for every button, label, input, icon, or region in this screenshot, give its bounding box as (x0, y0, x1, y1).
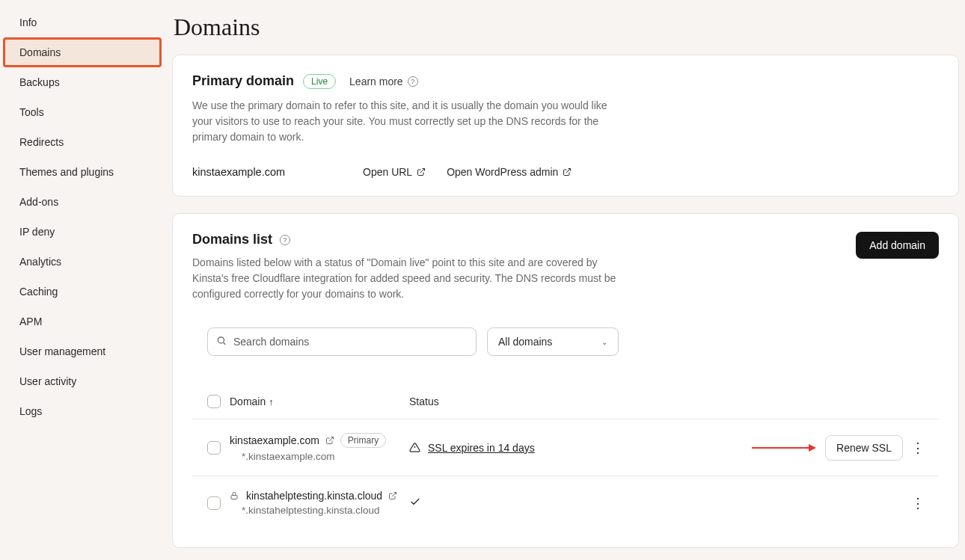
primary-badge: Primary (340, 433, 386, 448)
check-icon (409, 498, 421, 510)
row-checkbox[interactable] (207, 496, 221, 510)
domain-wildcard: *.kinstahelptesting.kinsta.cloud (242, 505, 409, 516)
svg-rect-9 (231, 496, 237, 499)
sidebar-item-logs[interactable]: Logs (3, 396, 162, 426)
add-domain-button[interactable]: Add domain (856, 232, 939, 259)
row-checkbox[interactable] (207, 441, 221, 455)
sidebar-item-addons[interactable]: Add-ons (3, 187, 162, 217)
live-badge: Live (303, 74, 336, 89)
domains-list-description: Domains listed below with a status of "D… (192, 255, 626, 302)
main: Domains Primary domain Live Learn more ?… (165, 0, 965, 560)
open-url-link[interactable]: Open URL (363, 166, 426, 178)
search-icon (216, 336, 227, 348)
primary-domain-title: Primary domain (192, 73, 294, 89)
domains-filter-label: All domains (498, 336, 552, 348)
renew-ssl-button[interactable]: Renew SSL (825, 435, 903, 461)
help-icon: ? (408, 76, 418, 87)
sidebar-item-ipdeny[interactable]: IP deny (3, 217, 162, 247)
sidebar-item-useractivity[interactable]: User activity (3, 366, 162, 396)
sidebar-item-apm[interactable]: APM (3, 307, 162, 336)
open-wp-admin-link[interactable]: Open WordPress admin (447, 166, 572, 178)
sort-asc-icon: ↑ (269, 396, 274, 407)
domain-name[interactable]: kinstaexample.com (230, 434, 319, 446)
external-link-icon[interactable] (325, 436, 334, 445)
domains-table: Domain↑ Status kinstaexample.com (192, 384, 939, 529)
page-title: Domains (174, 13, 959, 41)
row-menu-button[interactable]: ⋮ (911, 441, 925, 455)
external-link-icon (417, 167, 426, 176)
ssl-expiry-link[interactable]: SSL expires in 14 days (428, 442, 535, 454)
external-link-icon (563, 167, 572, 176)
domains-list-card: Domains list ? Domains listed below with… (172, 213, 959, 548)
external-link-icon[interactable] (388, 491, 397, 500)
open-url-label: Open URL (363, 166, 412, 178)
table-head: Domain↑ Status (192, 384, 939, 419)
svg-line-0 (420, 169, 425, 173)
domains-filter-dropdown[interactable]: All domains ⌄ (487, 327, 619, 356)
sidebar: Info Domains Backups Tools Redirects The… (0, 0, 165, 560)
warning-icon (409, 442, 420, 453)
search-wrap (207, 327, 477, 356)
sidebar-item-themes[interactable]: Themes and plugins (3, 157, 162, 187)
column-domain-label: Domain (230, 396, 266, 407)
sidebar-item-backups[interactable]: Backups (3, 67, 162, 97)
svg-line-1 (566, 169, 571, 173)
sidebar-item-info[interactable]: Info (3, 7, 162, 37)
sidebar-item-caching[interactable]: Caching (3, 277, 162, 307)
sidebar-item-analytics[interactable]: Analytics (3, 247, 162, 277)
domains-list-title: Domains list (192, 232, 272, 247)
sidebar-item-tools[interactable]: Tools (3, 97, 162, 127)
domain-name[interactable]: kinstahelptesting.kinsta.cloud (246, 490, 382, 502)
primary-domain-card: Primary domain Live Learn more ? We use … (172, 55, 959, 197)
primary-domain-name: kinstaexample.com (192, 166, 342, 178)
svg-line-3 (224, 342, 226, 345)
sidebar-item-redirects[interactable]: Redirects (3, 127, 162, 157)
svg-line-4 (329, 437, 334, 442)
domain-wildcard: *.kinstaexample.com (242, 451, 409, 462)
learn-more-link[interactable]: Learn more ? (349, 76, 418, 87)
select-all-checkbox[interactable] (207, 395, 221, 408)
lock-icon (230, 491, 239, 500)
svg-marker-8 (809, 444, 816, 452)
column-domain[interactable]: Domain↑ (230, 396, 409, 407)
open-wp-label: Open WordPress admin (447, 166, 558, 178)
sidebar-item-usermgmt[interactable]: User management (3, 336, 162, 366)
learn-more-label: Learn more (349, 76, 403, 87)
search-input[interactable] (207, 327, 477, 356)
table-row: kinstaexample.com Primary *.kinstaexampl… (192, 419, 939, 476)
svg-line-10 (392, 493, 396, 497)
sidebar-item-domains[interactable]: Domains (3, 37, 162, 67)
chevron-down-icon: ⌄ (601, 338, 607, 346)
svg-point-2 (218, 337, 224, 343)
help-icon[interactable]: ? (280, 235, 290, 245)
primary-domain-description: We use the primary domain to refer to th… (192, 98, 626, 145)
table-row: kinstahelptesting.kinsta.cloud *.kinstah… (192, 476, 939, 529)
row-menu-button[interactable]: ⋮ (911, 496, 925, 510)
annotation-arrow (752, 443, 816, 452)
column-status: Status (409, 396, 723, 407)
